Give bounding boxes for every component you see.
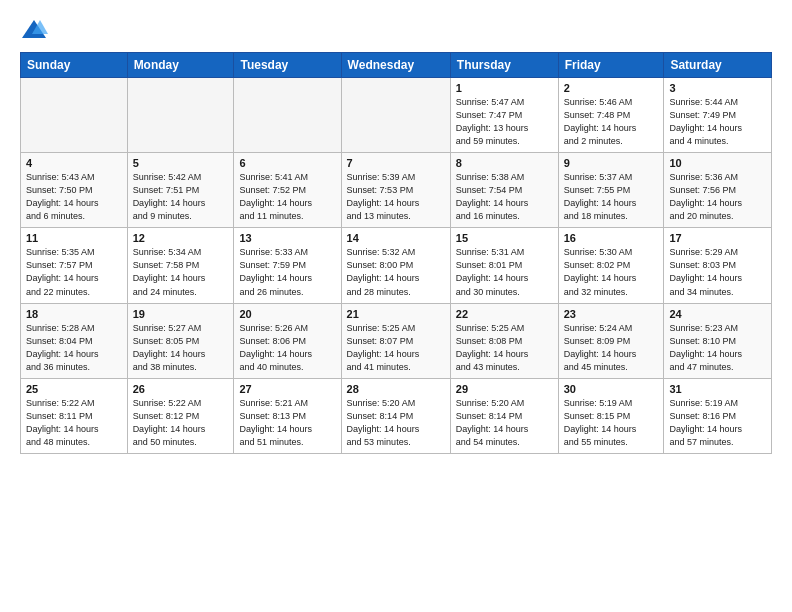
day-info: Sunrise: 5:26 AMSunset: 8:06 PMDaylight:… [239, 322, 335, 374]
day-info: Sunrise: 5:42 AMSunset: 7:51 PMDaylight:… [133, 171, 229, 223]
calendar-day-cell: 24Sunrise: 5:23 AMSunset: 8:10 PMDayligh… [664, 303, 772, 378]
calendar-day-cell: 30Sunrise: 5:19 AMSunset: 8:15 PMDayligh… [558, 378, 664, 453]
calendar-week-row: 25Sunrise: 5:22 AMSunset: 8:11 PMDayligh… [21, 378, 772, 453]
day-info: Sunrise: 5:20 AMSunset: 8:14 PMDaylight:… [347, 397, 445, 449]
calendar-day-cell: 29Sunrise: 5:20 AMSunset: 8:14 PMDayligh… [450, 378, 558, 453]
day-number: 30 [564, 383, 659, 395]
calendar-week-row: 11Sunrise: 5:35 AMSunset: 7:57 PMDayligh… [21, 228, 772, 303]
calendar-day-cell: 14Sunrise: 5:32 AMSunset: 8:00 PMDayligh… [341, 228, 450, 303]
calendar-header-saturday: Saturday [664, 53, 772, 78]
day-number: 15 [456, 232, 553, 244]
day-info: Sunrise: 5:46 AMSunset: 7:48 PMDaylight:… [564, 96, 659, 148]
day-number: 18 [26, 308, 122, 320]
day-info: Sunrise: 5:31 AMSunset: 8:01 PMDaylight:… [456, 246, 553, 298]
calendar-day-cell: 2Sunrise: 5:46 AMSunset: 7:48 PMDaylight… [558, 78, 664, 153]
calendar-header-wednesday: Wednesday [341, 53, 450, 78]
day-number: 6 [239, 157, 335, 169]
calendar-day-cell: 16Sunrise: 5:30 AMSunset: 8:02 PMDayligh… [558, 228, 664, 303]
day-info: Sunrise: 5:36 AMSunset: 7:56 PMDaylight:… [669, 171, 766, 223]
day-info: Sunrise: 5:25 AMSunset: 8:08 PMDaylight:… [456, 322, 553, 374]
page: SundayMondayTuesdayWednesdayThursdayFrid… [0, 0, 792, 470]
day-number: 12 [133, 232, 229, 244]
calendar-day-cell: 27Sunrise: 5:21 AMSunset: 8:13 PMDayligh… [234, 378, 341, 453]
day-number: 21 [347, 308, 445, 320]
day-number: 17 [669, 232, 766, 244]
day-number: 29 [456, 383, 553, 395]
logo-icon [20, 16, 48, 44]
day-number: 16 [564, 232, 659, 244]
calendar-week-row: 18Sunrise: 5:28 AMSunset: 8:04 PMDayligh… [21, 303, 772, 378]
day-info: Sunrise: 5:25 AMSunset: 8:07 PMDaylight:… [347, 322, 445, 374]
calendar-day-cell: 13Sunrise: 5:33 AMSunset: 7:59 PMDayligh… [234, 228, 341, 303]
day-number: 3 [669, 82, 766, 94]
day-number: 22 [456, 308, 553, 320]
calendar-day-cell: 7Sunrise: 5:39 AMSunset: 7:53 PMDaylight… [341, 153, 450, 228]
day-info: Sunrise: 5:19 AMSunset: 8:16 PMDaylight:… [669, 397, 766, 449]
logo [20, 16, 52, 44]
calendar-day-cell: 20Sunrise: 5:26 AMSunset: 8:06 PMDayligh… [234, 303, 341, 378]
day-info: Sunrise: 5:24 AMSunset: 8:09 PMDaylight:… [564, 322, 659, 374]
day-info: Sunrise: 5:23 AMSunset: 8:10 PMDaylight:… [669, 322, 766, 374]
calendar-day-cell: 25Sunrise: 5:22 AMSunset: 8:11 PMDayligh… [21, 378, 128, 453]
calendar-week-row: 1Sunrise: 5:47 AMSunset: 7:47 PMDaylight… [21, 78, 772, 153]
calendar-day-cell [127, 78, 234, 153]
calendar-day-cell: 15Sunrise: 5:31 AMSunset: 8:01 PMDayligh… [450, 228, 558, 303]
day-info: Sunrise: 5:19 AMSunset: 8:15 PMDaylight:… [564, 397, 659, 449]
calendar-day-cell: 23Sunrise: 5:24 AMSunset: 8:09 PMDayligh… [558, 303, 664, 378]
calendar-day-cell: 18Sunrise: 5:28 AMSunset: 8:04 PMDayligh… [21, 303, 128, 378]
day-info: Sunrise: 5:27 AMSunset: 8:05 PMDaylight:… [133, 322, 229, 374]
calendar-day-cell: 6Sunrise: 5:41 AMSunset: 7:52 PMDaylight… [234, 153, 341, 228]
day-number: 9 [564, 157, 659, 169]
day-info: Sunrise: 5:22 AMSunset: 8:12 PMDaylight:… [133, 397, 229, 449]
day-number: 26 [133, 383, 229, 395]
day-number: 8 [456, 157, 553, 169]
calendar-header-tuesday: Tuesday [234, 53, 341, 78]
calendar-header-sunday: Sunday [21, 53, 128, 78]
day-info: Sunrise: 5:41 AMSunset: 7:52 PMDaylight:… [239, 171, 335, 223]
day-number: 19 [133, 308, 229, 320]
day-info: Sunrise: 5:34 AMSunset: 7:58 PMDaylight:… [133, 246, 229, 298]
calendar-day-cell [21, 78, 128, 153]
calendar-day-cell: 1Sunrise: 5:47 AMSunset: 7:47 PMDaylight… [450, 78, 558, 153]
calendar-day-cell: 8Sunrise: 5:38 AMSunset: 7:54 PMDaylight… [450, 153, 558, 228]
day-info: Sunrise: 5:38 AMSunset: 7:54 PMDaylight:… [456, 171, 553, 223]
day-info: Sunrise: 5:33 AMSunset: 7:59 PMDaylight:… [239, 246, 335, 298]
calendar-day-cell: 22Sunrise: 5:25 AMSunset: 8:08 PMDayligh… [450, 303, 558, 378]
day-number: 1 [456, 82, 553, 94]
day-number: 20 [239, 308, 335, 320]
calendar-header-monday: Monday [127, 53, 234, 78]
calendar-day-cell: 3Sunrise: 5:44 AMSunset: 7:49 PMDaylight… [664, 78, 772, 153]
day-number: 31 [669, 383, 766, 395]
day-info: Sunrise: 5:35 AMSunset: 7:57 PMDaylight:… [26, 246, 122, 298]
calendar-header-friday: Friday [558, 53, 664, 78]
header [20, 16, 772, 44]
calendar-day-cell: 28Sunrise: 5:20 AMSunset: 8:14 PMDayligh… [341, 378, 450, 453]
calendar-day-cell: 31Sunrise: 5:19 AMSunset: 8:16 PMDayligh… [664, 378, 772, 453]
day-number: 11 [26, 232, 122, 244]
day-info: Sunrise: 5:28 AMSunset: 8:04 PMDaylight:… [26, 322, 122, 374]
day-info: Sunrise: 5:44 AMSunset: 7:49 PMDaylight:… [669, 96, 766, 148]
day-info: Sunrise: 5:30 AMSunset: 8:02 PMDaylight:… [564, 246, 659, 298]
calendar-day-cell: 21Sunrise: 5:25 AMSunset: 8:07 PMDayligh… [341, 303, 450, 378]
day-number: 28 [347, 383, 445, 395]
calendar-header-row: SundayMondayTuesdayWednesdayThursdayFrid… [21, 53, 772, 78]
day-number: 14 [347, 232, 445, 244]
day-number: 5 [133, 157, 229, 169]
calendar-day-cell: 26Sunrise: 5:22 AMSunset: 8:12 PMDayligh… [127, 378, 234, 453]
calendar-day-cell: 4Sunrise: 5:43 AMSunset: 7:50 PMDaylight… [21, 153, 128, 228]
day-info: Sunrise: 5:29 AMSunset: 8:03 PMDaylight:… [669, 246, 766, 298]
day-number: 25 [26, 383, 122, 395]
calendar-day-cell: 12Sunrise: 5:34 AMSunset: 7:58 PMDayligh… [127, 228, 234, 303]
day-number: 4 [26, 157, 122, 169]
day-info: Sunrise: 5:21 AMSunset: 8:13 PMDaylight:… [239, 397, 335, 449]
day-info: Sunrise: 5:20 AMSunset: 8:14 PMDaylight:… [456, 397, 553, 449]
calendar-day-cell: 11Sunrise: 5:35 AMSunset: 7:57 PMDayligh… [21, 228, 128, 303]
day-number: 2 [564, 82, 659, 94]
day-info: Sunrise: 5:32 AMSunset: 8:00 PMDaylight:… [347, 246, 445, 298]
calendar-day-cell: 5Sunrise: 5:42 AMSunset: 7:51 PMDaylight… [127, 153, 234, 228]
day-number: 13 [239, 232, 335, 244]
day-number: 7 [347, 157, 445, 169]
calendar-table: SundayMondayTuesdayWednesdayThursdayFrid… [20, 52, 772, 454]
day-info: Sunrise: 5:37 AMSunset: 7:55 PMDaylight:… [564, 171, 659, 223]
day-number: 10 [669, 157, 766, 169]
